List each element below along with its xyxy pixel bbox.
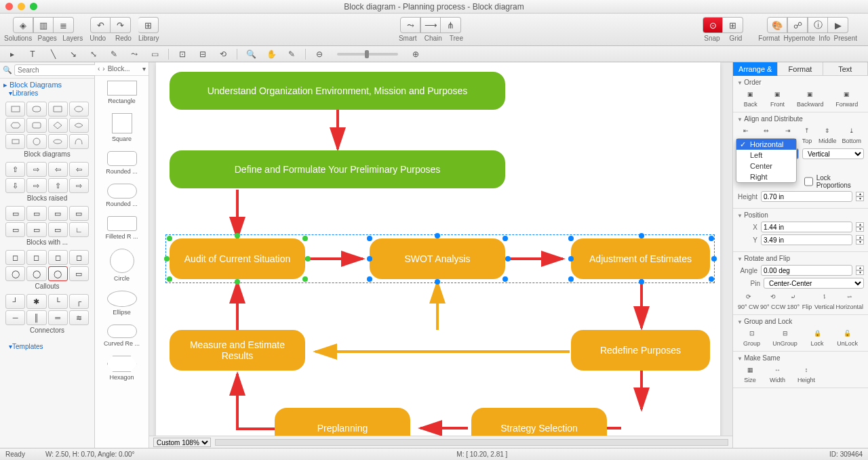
strip-menu-icon[interactable]: ▾ bbox=[142, 65, 146, 72]
same-height-icon[interactable]: ↕ bbox=[799, 364, 814, 375]
group-tool[interactable]: ⊡ bbox=[176, 48, 189, 60]
align-center-icon[interactable]: ⇔ bbox=[760, 125, 772, 136]
sline-tool[interactable]: ↘ bbox=[66, 48, 80, 60]
shape-hexagon[interactable]: Hexagon bbox=[95, 351, 149, 385]
dline-tool[interactable]: ⤡ bbox=[87, 48, 100, 60]
tree-button[interactable]: ⋔ bbox=[441, 17, 461, 33]
shape-square[interactable]: Square bbox=[95, 108, 149, 146]
layers-button[interactable]: ≣ bbox=[54, 17, 74, 33]
align-middle-icon[interactable]: ⇕ bbox=[821, 125, 833, 136]
shape-rounded1[interactable]: Rounded ... bbox=[95, 146, 149, 179]
tab-arrange[interactable]: Arrange & Size bbox=[733, 62, 778, 76]
zoom-slider[interactable] bbox=[337, 53, 398, 56]
palette-connectors[interactable]: ┘✱└┌ ─║═≋ bbox=[5, 294, 89, 325]
rotate-cw-icon[interactable]: ⟳ bbox=[743, 291, 755, 302]
order-forward-icon[interactable]: ▣ bbox=[840, 89, 854, 100]
breadcrumb[interactable]: Block... bbox=[108, 65, 130, 72]
tab-format[interactable]: Format bbox=[778, 62, 823, 76]
shape-circle[interactable]: Circle bbox=[95, 244, 149, 286]
palette-callouts[interactable]: ◻◻◻◻ ◯◯◯▭ bbox=[5, 250, 89, 281]
format-button[interactable]: 🎨 bbox=[767, 17, 787, 33]
tab-text[interactable]: Text bbox=[823, 62, 868, 76]
palette-blocks-with[interactable]: ▭▭▭▭ ▭▭▭∟ bbox=[5, 206, 89, 237]
align-top-icon[interactable]: ⤒ bbox=[801, 125, 813, 136]
hscroll[interactable] bbox=[215, 439, 728, 446]
x-input[interactable] bbox=[761, 222, 852, 232]
same-width-icon[interactable]: ↔ bbox=[770, 364, 785, 375]
canvas-area[interactable]: Understand Organization Environment, Mis… bbox=[149, 62, 732, 448]
rect-tool[interactable]: ▭ bbox=[148, 48, 161, 60]
section-align[interactable]: Align and Distribute bbox=[737, 115, 864, 123]
rotate-tool[interactable]: ⟲ bbox=[216, 48, 230, 60]
tree-block-diagrams[interactable]: ▸ Block Diagrams bbox=[3, 81, 91, 89]
order-front-icon[interactable]: ▣ bbox=[770, 89, 785, 100]
erase-tool[interactable]: ✎ bbox=[107, 48, 121, 60]
shape-ellipse[interactable]: Ellipse bbox=[95, 286, 149, 320]
align-right-icon[interactable]: ⇥ bbox=[782, 125, 794, 136]
group-icon[interactable]: ⊡ bbox=[745, 328, 760, 339]
line-tool[interactable]: ╲ bbox=[46, 48, 60, 60]
ungroup-icon[interactable]: ⊟ bbox=[778, 328, 793, 339]
canvas[interactable]: Understand Organization Environment, Mis… bbox=[156, 62, 720, 448]
node-understand[interactable]: Understand Organization Environment, Mis… bbox=[170, 72, 505, 110]
unlock-icon[interactable]: 🔓 bbox=[840, 328, 855, 339]
lock-proportions-check[interactable] bbox=[804, 176, 813, 187]
smart-button[interactable]: ⤳ bbox=[400, 17, 420, 33]
pages-button[interactable]: ▥ bbox=[33, 17, 54, 33]
zoom-in-tool[interactable]: 🔍 bbox=[244, 48, 258, 60]
nav-back-icon[interactable]: ‹ bbox=[98, 65, 100, 72]
shape-curved-rect[interactable]: Curved Re ... bbox=[95, 320, 149, 351]
zoom-in-icon[interactable]: ⊕ bbox=[409, 48, 422, 60]
rotate-180-icon[interactable]: ⤾ bbox=[787, 291, 800, 302]
align-left-icon[interactable]: ⇤ bbox=[740, 125, 752, 136]
distribute-v-select[interactable]: Vertical bbox=[802, 148, 864, 159]
undo-button[interactable]: ↶ bbox=[90, 17, 111, 33]
redo-button[interactable]: ↷ bbox=[111, 17, 131, 33]
order-back-icon[interactable]: ▣ bbox=[743, 89, 758, 100]
pointer-tool[interactable]: ▸ bbox=[5, 48, 19, 60]
dropper-tool[interactable]: ✎ bbox=[285, 48, 298, 60]
palette-blocks-raised[interactable]: ⇧⇨⇦⇦ ⇩⇨⇧⇨ bbox=[5, 162, 89, 193]
grid-button[interactable]: ⊞ bbox=[723, 17, 743, 33]
node-define[interactable]: Define and Formulate Your Preliminary Pu… bbox=[170, 150, 505, 188]
present-button[interactable]: ▶ bbox=[828, 17, 848, 33]
height-input[interactable] bbox=[761, 191, 852, 202]
shape-rounded2[interactable]: Rounded ... bbox=[95, 179, 149, 211]
nav-fwd-icon[interactable]: › bbox=[102, 65, 104, 72]
info-button[interactable]: ⓘ bbox=[808, 17, 828, 33]
solutions-button[interactable]: ◈ bbox=[13, 17, 33, 33]
same-size-icon[interactable]: ▦ bbox=[743, 364, 757, 375]
hypernote-button[interactable]: ☍ bbox=[787, 17, 808, 33]
palette-block-diagrams[interactable] bbox=[5, 102, 89, 149]
align-bottom-icon[interactable]: ⤓ bbox=[846, 125, 858, 136]
menu-center[interactable]: Center bbox=[736, 161, 796, 171]
flip-h-icon[interactable]: ⥋ bbox=[844, 291, 856, 302]
flip-v-icon[interactable]: ⥍ bbox=[818, 291, 831, 302]
zoom-select[interactable]: Custom 108% bbox=[153, 438, 211, 447]
pin-select[interactable]: Center-Center bbox=[764, 278, 864, 289]
section-rotate[interactable]: Rotate and Flip bbox=[737, 255, 864, 262]
height-stepper[interactable]: ▴▾ bbox=[856, 192, 864, 201]
library-button[interactable]: ⊞ bbox=[138, 17, 159, 33]
order-backward-icon[interactable]: ▣ bbox=[803, 89, 818, 100]
section-order[interactable]: Order bbox=[737, 79, 864, 86]
snap-button[interactable]: ⊙ bbox=[703, 17, 723, 33]
y-input[interactable] bbox=[761, 234, 852, 245]
menu-left[interactable]: Left bbox=[736, 150, 796, 161]
distribute-menu[interactable]: Horizontal Left Center Right bbox=[736, 138, 797, 183]
lock-icon[interactable]: 🔒 bbox=[810, 328, 825, 339]
shape-filleted[interactable]: Filleted R ... bbox=[95, 211, 149, 244]
tree-libraries[interactable]: ▾Libraries bbox=[9, 89, 91, 97]
curve-tool[interactable]: ⤳ bbox=[127, 48, 141, 60]
menu-horizontal[interactable]: Horizontal bbox=[736, 139, 796, 150]
ungroup-tool[interactable]: ⊟ bbox=[196, 48, 210, 60]
hand-tool[interactable]: ✋ bbox=[264, 48, 278, 60]
section-position[interactable]: Position bbox=[737, 211, 864, 219]
section-same[interactable]: Make Same bbox=[737, 354, 864, 362]
menu-right[interactable]: Right bbox=[736, 171, 796, 182]
node-redefine[interactable]: Redefine Purposes bbox=[571, 330, 710, 371]
chain-button[interactable]: ⟶ bbox=[420, 17, 441, 33]
section-group[interactable]: Group and Lock bbox=[737, 318, 864, 325]
node-measure[interactable]: Measure and Estimate Results bbox=[170, 330, 305, 371]
text-tool[interactable]: T bbox=[26, 48, 39, 60]
